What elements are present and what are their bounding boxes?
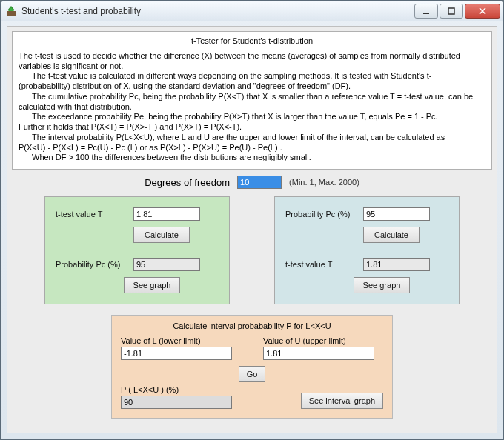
degrees-of-freedom-row: Degrees of freedom (Min. 1, Max. 2000) bbox=[7, 176, 497, 189]
description-line: The t-test is used to decide whether the… bbox=[19, 51, 485, 72]
see-interval-graph-button[interactable]: See interval graph bbox=[301, 393, 383, 409]
calculate-button[interactable]: Calculate bbox=[133, 227, 190, 243]
interval-title: Calculate interval probabability P for L… bbox=[121, 321, 383, 330]
svg-rect-1 bbox=[423, 13, 429, 14]
app-window: Student's t-test and probability t-Teste… bbox=[0, 0, 504, 440]
maximize-button[interactable] bbox=[440, 4, 463, 19]
close-icon bbox=[479, 7, 486, 15]
upper-limit-input[interactable] bbox=[263, 347, 374, 360]
description-heading: t-Tester for Student's t-distribution bbox=[19, 36, 485, 47]
calculate-button[interactable]: Calculate bbox=[363, 227, 420, 243]
interval-p-label: P ( L<X<U ) (%) bbox=[121, 385, 232, 394]
see-graph-button[interactable]: See graph bbox=[124, 277, 180, 293]
app-icon bbox=[5, 5, 17, 17]
interval-panel: Calculate interval probabability P for L… bbox=[111, 315, 393, 419]
go-button[interactable]: Go bbox=[239, 366, 266, 382]
panels-row: t-test value T Calculate Probability Pc … bbox=[7, 196, 497, 304]
interval-p-output bbox=[121, 396, 232, 409]
t-value-label: t-test value T bbox=[285, 260, 363, 269]
dof-label: Degrees of freedom bbox=[145, 177, 230, 188]
svg-rect-2 bbox=[448, 8, 454, 14]
description-line: Further it holds that P(X<T) = P(X>-T ) … bbox=[19, 122, 485, 133]
close-button[interactable] bbox=[465, 4, 500, 19]
titlebar[interactable]: Student's t-test and probability bbox=[1, 1, 503, 21]
description-box: t-Tester for Student's t-distribution Th… bbox=[12, 31, 492, 170]
see-graph-button[interactable]: See graph bbox=[354, 277, 410, 293]
pc-output bbox=[133, 258, 200, 271]
t-value-input[interactable] bbox=[133, 207, 200, 221]
description-line: The t-test value is calculated in differ… bbox=[19, 71, 485, 92]
minimize-icon bbox=[422, 7, 430, 15]
description-line: The exceedance probability Pe, being the… bbox=[19, 112, 485, 122]
description-line: P(X<U) - P(X<L) = Pc(U) - Pc (L) or as P… bbox=[19, 143, 485, 153]
window-controls bbox=[413, 4, 500, 19]
window-title: Student's t-test and probability bbox=[21, 6, 141, 16]
pc-input[interactable] bbox=[363, 207, 430, 221]
dof-range-label: (Min. 1, Max. 2000) bbox=[289, 178, 359, 187]
dof-input[interactable] bbox=[237, 176, 282, 189]
maximize-icon bbox=[448, 7, 455, 15]
lower-limit-label: Value of L (lower limit) bbox=[121, 336, 241, 345]
pc-label: Probability Pc (%) bbox=[56, 260, 133, 269]
description-line: The interval probability P(L<X<U), where… bbox=[19, 133, 485, 143]
pc-label: Probability Pc (%) bbox=[285, 210, 363, 219]
description-line: When DF > 100 the differences between th… bbox=[19, 153, 485, 163]
lower-limit-input[interactable] bbox=[121, 347, 232, 360]
t-to-pc-panel: t-test value T Calculate Probability Pc … bbox=[44, 196, 230, 304]
pc-to-t-panel: Probability Pc (%) Calculate t-test valu… bbox=[274, 196, 460, 304]
svg-rect-0 bbox=[7, 11, 16, 16]
description-line: The cumulative probability Pc, being the… bbox=[19, 92, 485, 113]
t-value-label: t-test value T bbox=[56, 210, 133, 219]
client-area: t-Tester for Student's t-distribution Th… bbox=[7, 26, 497, 433]
t-value-output bbox=[363, 258, 430, 271]
upper-limit-label: Value of U (upper limit) bbox=[263, 336, 383, 345]
minimize-button[interactable] bbox=[414, 4, 438, 19]
